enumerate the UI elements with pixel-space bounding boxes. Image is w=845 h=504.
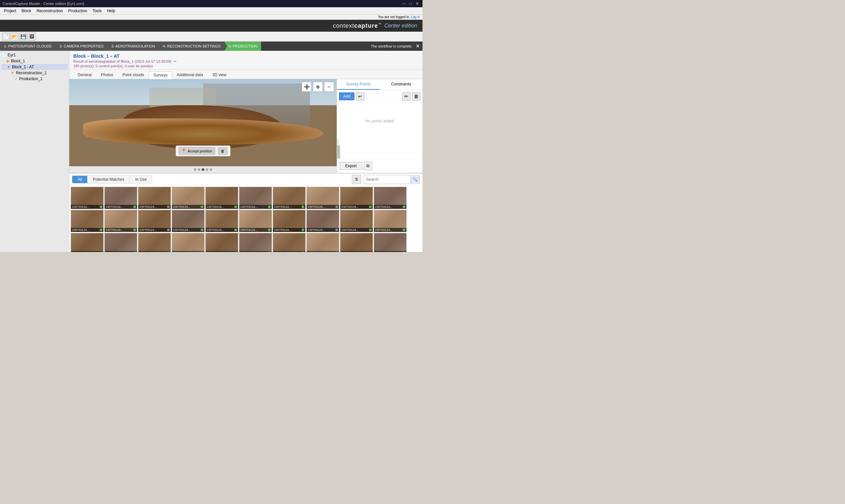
close-btn[interactable]: ✕ [415,1,420,6]
photo-thumb-1[interactable]: 230703124... [71,187,104,209]
photo-label-23: 230703124... [139,251,157,252]
photo-thumb-16[interactable]: 230703124... [239,210,272,232]
tab-general[interactable]: General [73,71,96,79]
photo-thumb-19[interactable]: 230703124... [340,210,373,232]
photo-thumb-12[interactable]: 230703124... [104,210,137,232]
workflow-tab-2[interactable]: 2- CAMERA PROPERTIES [55,41,107,51]
photo-thumb-17[interactable]: 230703124... [272,210,306,232]
photo-thumb-21[interactable]: 230703124... [71,233,104,252]
photo-label-27: 230703124... [274,251,292,252]
photo-thumb-25[interactable]: 230703124... [205,233,238,252]
menu-block[interactable]: Block [19,8,34,14]
photo-indicator-21 [100,252,102,252]
minimize-btn[interactable]: — [401,1,407,6]
photo-thumb-14[interactable]: 230703124... [172,210,205,232]
delete-position-button[interactable]: 🗑 [218,147,227,155]
photo-thumb-3[interactable]: 230703124... [138,187,171,209]
tab-surveys[interactable]: Surveys [149,71,172,79]
photo-thumb-23[interactable]: 230703124... [138,233,171,252]
survey-tab-points[interactable]: Survey Points [337,79,380,90]
survey-add-button[interactable]: Add [339,92,354,100]
viewer-crosshair-btn[interactable]: ⊕ [313,82,323,92]
photo-thumb-9[interactable]: 230703124... [340,187,373,209]
photo-indicator-24 [201,252,203,252]
photo-thumb-30[interactable]: 230703124... [374,233,407,252]
tab-additionaldata[interactable]: Additional data [173,71,207,79]
menu-production[interactable]: Production [66,8,90,14]
survey-tab-constraints[interactable]: Constraints [380,79,423,90]
photo-label-6: 230703124... [240,205,258,209]
search-input[interactable] [364,177,410,182]
photo-thumb-13[interactable]: 230703124... [138,210,171,232]
photo-label-10: 230703124... [375,205,392,209]
photo-thumb-27[interactable]: 230703124... [272,233,306,252]
copy-button[interactable]: ⧉ [364,162,372,170]
photo-indicator-7 [302,205,304,208]
photo-label-9: 230703124... [341,205,359,209]
block-info: 185 photo(s), 0 control point(s), 0 user… [73,64,419,68]
login-link[interactable]: Log in [411,15,420,19]
search-icon[interactable]: 🔍 [410,175,420,184]
photo-thumb-15[interactable]: 230703124... [205,210,238,232]
photo-label-8: 230703124... [307,205,325,209]
filter-inuse[interactable]: In Use [130,176,152,183]
photo-thumb-22[interactable]: 230703124... [104,233,137,252]
photo-thumb-26[interactable]: 230703124... [239,233,272,252]
menubar: Project Block Reconstruction Production … [0,7,423,15]
photo-thumb-2[interactable]: 230703124... [104,187,137,209]
sidebar-label-prod1: Production_1 [19,76,42,81]
accept-position-button[interactable]: 📍 Accept position [179,147,215,155]
menu-tools[interactable]: Tools [90,8,104,14]
scroll-dot-2 [198,168,200,171]
maximize-btn[interactable]: □ [408,1,413,6]
photo-thumb-4[interactable]: 230703124... [172,187,205,209]
accept-bar: 📍 Accept position 🗑 [176,145,230,156]
photo-label-2: 230703124... [106,205,123,209]
workflow-tab-3[interactable]: 3- AEROTRIANGULATION [108,41,159,51]
tab-pointclouds[interactable]: Point clouds [118,71,148,79]
menu-project[interactable]: Project [1,8,19,14]
sidebar-item-block1at[interactable]: ▼ Block_1 - AT [1,64,68,70]
workflow-tab-5[interactable]: 5- PRODUCTION [225,41,261,51]
open-button[interactable]: 📂 [11,33,18,40]
photo-thumb-8[interactable]: 230703124... [306,187,339,209]
sidebar-item-prod1[interactable]: ✓ Production_1 [1,76,68,82]
photo-thumb-5[interactable]: 230703124... [205,187,238,209]
folder-icon: ▶ [6,59,10,63]
filter-all[interactable]: All [72,176,87,183]
tab-photos[interactable]: Photos [97,71,118,79]
photo-thumb-28[interactable]: 230703124... [306,233,339,252]
sidebar-item-eyr1[interactable]: 📄 Eyr1 [1,52,68,58]
sort-button[interactable]: ⇅ [352,175,361,184]
save-button[interactable]: 💾 [19,33,27,40]
export-button[interactable]: Export [340,162,363,170]
screenshot-button[interactable]: 🖼 [28,33,36,40]
survey-delete-button[interactable]: 🗑 [412,92,421,101]
menu-reconstruction[interactable]: Reconstruction [34,8,66,14]
survey-import-button[interactable]: ↩ [356,92,365,101]
survey-edit-button[interactable]: ✏ [402,92,411,101]
workflow-tab-4[interactable]: 4- RECONSTRUCTION SETTINGS [159,41,225,51]
sidebar-item-block1[interactable]: ▶ Block_1 [1,58,68,64]
workflow-close-button[interactable]: ✕ [416,43,420,49]
photo-thumb-24[interactable]: 230703124... [172,233,205,252]
filter-potential[interactable]: Potential Matches [87,176,130,183]
photo-thumb-20[interactable]: 230703124... [374,210,407,232]
photo-thumb-18[interactable]: 230703124... [306,210,339,232]
workflow-tab-1[interactable]: 1- PHOTOS/POINT CLOUDS [0,41,55,51]
photo-indicator-18 [335,229,338,231]
photo-indicator-22 [133,252,136,252]
new-button[interactable]: 📄 [2,33,10,40]
viewer-measure-btn[interactable]: ↔ [324,82,334,92]
photo-thumb-6[interactable]: 230703124... [239,187,272,209]
photo-thumb-29[interactable]: 230703124... [340,233,373,252]
photo-thumb-10[interactable]: 230703124... [374,187,407,209]
tab-3dview[interactable]: 3D view [208,71,231,79]
sidebar-item-recon1[interactable]: ▼ Reconstruction_1 [1,70,68,76]
photo-thumb-11[interactable]: 230703124... [71,210,104,232]
scroll-dot-4 [206,168,208,171]
viewer-add-btn[interactable]: ➕ [302,82,312,92]
photo-thumb-7[interactable]: 230703124... [272,187,306,209]
edit-icon[interactable]: ✏ [174,59,177,63]
menu-help[interactable]: Help [104,8,118,14]
